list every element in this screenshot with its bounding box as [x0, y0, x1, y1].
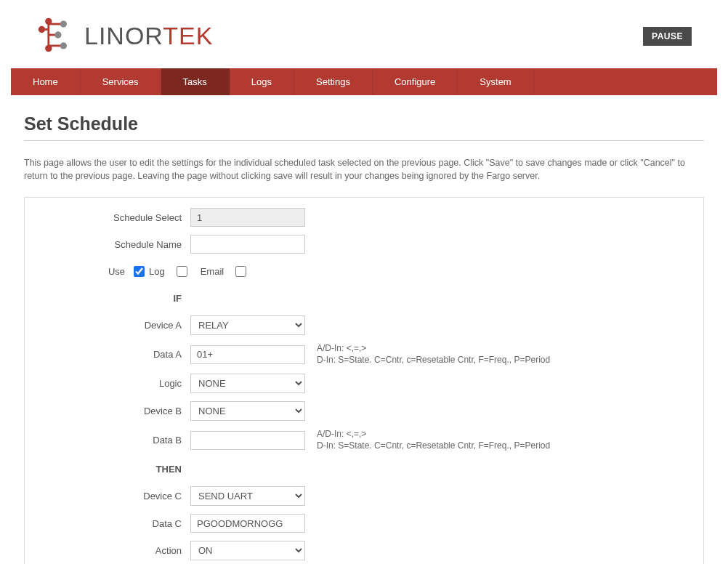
email-checkbox[interactable] — [235, 266, 246, 277]
use-checkbox[interactable] — [134, 266, 145, 277]
svg-point-1 — [45, 45, 52, 52]
svg-point-4 — [60, 42, 67, 49]
label-logic: Logic — [39, 378, 190, 389]
label-device-b: Device B — [39, 406, 190, 416]
logic-select[interactable]: NONE — [190, 374, 305, 393]
label-data-c: Data C — [39, 518, 190, 529]
svg-point-3 — [54, 31, 61, 38]
nav-home[interactable]: Home — [11, 68, 81, 95]
log-checkbox[interactable] — [177, 266, 187, 277]
svg-point-0 — [45, 18, 52, 25]
nav-services[interactable]: Services — [81, 68, 161, 95]
action-select[interactable]: ON — [190, 541, 305, 560]
main-nav: Home Services Tasks Logs Settings Config… — [11, 68, 717, 95]
then-heading: THEN — [39, 464, 190, 475]
hint-data-a: A/D-In: <,=,> D-In: S=State. C=Cntr, c=R… — [317, 343, 550, 366]
label-email: Email — [201, 266, 225, 277]
label-action: Action — [39, 545, 190, 556]
data-b-input[interactable] — [190, 431, 305, 450]
schedule-form: Schedule Select Schedule Name Use Log Em… — [24, 197, 704, 564]
divider — [24, 140, 704, 141]
header-bar: LINORTEK PAUSE — [11, 0, 717, 68]
label-use: Use — [39, 266, 134, 277]
data-c-input[interactable] — [190, 514, 305, 533]
label-log: Log — [149, 266, 165, 277]
logo-text: LINORTEK — [84, 22, 213, 50]
intro-text: This page allows the user to edit the se… — [24, 157, 704, 182]
nav-configure[interactable]: Configure — [373, 68, 458, 95]
hint-data-b: A/D-In: <,=,> D-In: S=State. C=Cntr, c=R… — [317, 429, 550, 451]
schedule-select-value — [190, 208, 305, 227]
label-device-c: Device C — [39, 491, 190, 501]
device-a-select[interactable]: RELAY — [190, 315, 305, 335]
page-title: Set Schedule — [24, 113, 704, 134]
schedule-name-input[interactable] — [190, 235, 305, 254]
label-data-a: Data A — [39, 349, 190, 360]
label-schedule-name: Schedule Name — [39, 239, 190, 250]
device-b-select[interactable]: NONE — [190, 401, 305, 421]
label-data-b: Data B — [39, 435, 190, 446]
label-schedule-select: Schedule Select — [39, 212, 190, 223]
pause-button[interactable]: PAUSE — [643, 27, 692, 46]
nav-settings[interactable]: Settings — [294, 68, 373, 95]
linortek-logo-icon — [36, 15, 77, 57]
label-device-a: Device A — [39, 320, 190, 331]
device-c-select[interactable]: SEND UART — [190, 486, 305, 506]
if-heading: IF — [39, 293, 190, 304]
nav-system[interactable]: System — [458, 68, 533, 95]
logo: LINORTEK — [36, 15, 213, 57]
nav-tasks[interactable]: Tasks — [161, 68, 230, 95]
data-a-input[interactable] — [190, 345, 305, 364]
nav-logs[interactable]: Logs — [230, 68, 294, 95]
svg-point-2 — [60, 20, 67, 27]
